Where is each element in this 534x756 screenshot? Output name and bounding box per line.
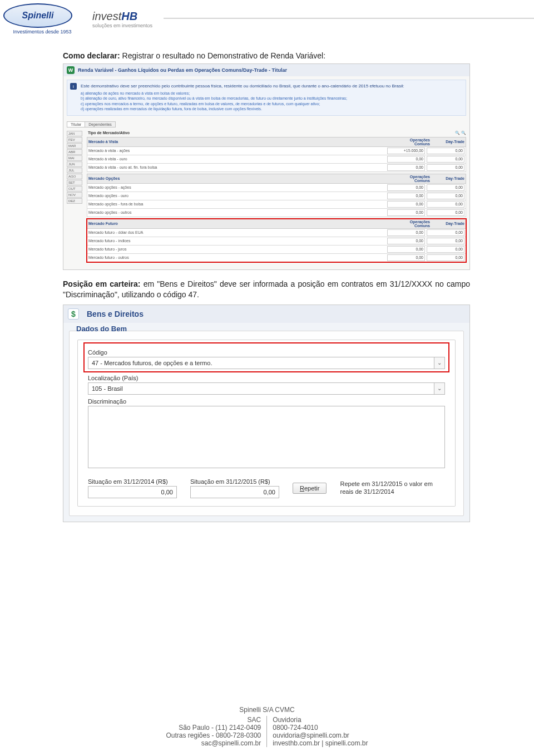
- cell-dt[interactable]: 0,00: [427, 193, 464, 199]
- footer-sac-phone1: São Paulo - (11) 2142-0409: [166, 724, 261, 732]
- cell-op[interactable]: 0,00: [387, 201, 425, 208]
- row-label: Mercado à vista - ações: [88, 149, 385, 153]
- chevron-down-icon: ⌄: [434, 357, 444, 369]
- screenshot-renda-variavel: W Renda Variável - Ganhos Líquidos ou Pe…: [63, 63, 470, 270]
- month-out[interactable]: OUT: [67, 186, 82, 192]
- cell-op[interactable]: 0,00: [387, 193, 425, 199]
- cell-dt[interactable]: 0,00: [427, 238, 464, 244]
- month-jan[interactable]: JAN: [67, 131, 82, 136]
- group-title: Mercado Futuro: [88, 222, 395, 225]
- cell-op[interactable]: 0,00: [387, 254, 425, 261]
- cell-dt[interactable]: 0,00: [427, 246, 464, 253]
- cell-op[interactable]: +15.000,00: [387, 148, 425, 154]
- cell-op[interactable]: 0,00: [387, 164, 425, 171]
- logo-investhb-tagline: soluções em investimentos: [92, 23, 152, 28]
- repetir-description: Repete em 31/12/2015 o valor em reais de…: [340, 480, 434, 496]
- logo-spinelli-tagline: Investimentos desde 1953: [3, 29, 81, 35]
- row-label: Mercado à vista - ouro at. fin. fora bol…: [88, 165, 385, 169]
- info-icon: i: [70, 83, 77, 90]
- month-ago[interactable]: AGO: [67, 174, 82, 179]
- repetir-button[interactable]: Repetir: [293, 483, 327, 494]
- info-line-a: a) alienação de ações no mercado à vista…: [81, 91, 462, 96]
- select-codigo-value: 47 - Mercados futuros, de opções e a ter…: [88, 360, 434, 366]
- footer-ouvidoria-email: ouvidoria@spinelli.com.br: [273, 732, 368, 739]
- month-set[interactable]: SET: [67, 180, 82, 185]
- money-icon: $: [68, 308, 79, 320]
- row-label: Mercado futuro - outros: [88, 256, 385, 259]
- label-situacao-2015: Situação em 31/12/2015 (R$): [190, 478, 279, 485]
- month-nov[interactable]: NOV: [67, 192, 82, 198]
- page-footer: Spinelli S/A CVMC SAC São Paulo - (11) 2…: [0, 706, 534, 747]
- panel1-title: Renda Variável - Ganhos Líquidos ou Perd…: [78, 67, 287, 73]
- month-fev[interactable]: FEV: [67, 137, 82, 143]
- row-label: Mercado futuro - índices: [88, 239, 385, 243]
- col-op-comuns: Operações Comuns: [395, 220, 430, 228]
- chart-icon: W: [67, 66, 75, 74]
- select-localizacao[interactable]: 105 - Brasil ⌄: [88, 382, 445, 395]
- logo-investhb: investHB soluções em investimentos: [92, 10, 152, 28]
- input-situacao-2014[interactable]: 0,00: [88, 486, 177, 498]
- info-line-b: b) alienação de ouro, ativo financeiro, …: [81, 96, 462, 101]
- cell-op[interactable]: 0,00: [387, 238, 425, 244]
- cell-dt[interactable]: 0,00: [427, 156, 464, 163]
- month-list[interactable]: JAN FEV MAR ABR MAI JUN JUL AGO SET OUT …: [67, 131, 82, 264]
- screenshot-bens-direitos: $ Bens e Direitos Dados do Bem Código 47…: [63, 305, 470, 522]
- cell-dt[interactable]: 0,00: [427, 254, 464, 261]
- col-daytrade: Day-Trade: [430, 176, 464, 180]
- month-jun[interactable]: JUN: [67, 161, 82, 167]
- footer-sac-phone2: Outras regiões - 0800-728-0300: [166, 732, 261, 739]
- cell-dt[interactable]: 0,00: [427, 164, 464, 171]
- paragraph-posicao: Posição em carteira: em "Bens e Direitos…: [63, 279, 470, 300]
- month-mai[interactable]: MAI: [67, 155, 82, 161]
- select-localizacao-value: 105 - Brasil: [88, 385, 434, 392]
- section-dados-do-bem: Dados do Bem: [76, 325, 456, 333]
- label-localizacao: Localização (País): [88, 375, 445, 381]
- cell-op[interactable]: 0,00: [387, 229, 425, 236]
- label-discriminacao: Discriminação: [88, 398, 445, 405]
- info-main: Este demonstrativo deve ser preenchido p…: [81, 84, 462, 89]
- textarea-discriminacao[interactable]: [88, 406, 445, 468]
- group-mercado-a-vista: Mercado à Vista Operações Comuns Day-Tra…: [87, 137, 466, 172]
- footer-ouvidoria-label: Ouvidoria: [273, 716, 368, 724]
- month-abr[interactable]: ABR: [67, 149, 82, 155]
- tabs[interactable]: Titular Dependentes: [67, 121, 116, 127]
- tab-titular[interactable]: Titular: [67, 121, 85, 127]
- col-op-comuns: Operações Comuns: [395, 138, 430, 146]
- col-daytrade: Day-Trade: [430, 140, 464, 144]
- input-situacao-2015[interactable]: 0,00: [190, 486, 279, 498]
- row-label: Mercado opções - ouro: [88, 194, 385, 198]
- cell-dt[interactable]: 0,00: [427, 184, 464, 191]
- month-jul[interactable]: JUL: [67, 168, 82, 173]
- month-mar[interactable]: MAR: [67, 143, 82, 149]
- cell-op[interactable]: 0,00: [387, 246, 425, 253]
- row-label: Mercado opções - outros: [88, 210, 385, 214]
- col-daytrade: Day-Trade: [430, 222, 464, 225]
- panel2-title: Bens e Direitos: [87, 310, 144, 318]
- select-codigo[interactable]: 47 - Mercados futuros, de opções e a ter…: [88, 357, 445, 369]
- footer-company: Spinelli S/A CVMC: [239, 706, 294, 714]
- row-label: Mercado opções - ações: [88, 185, 385, 189]
- footer-sac-label: SAC: [166, 716, 261, 724]
- info-line-d: d) operações realizadas em mercados de l…: [81, 106, 462, 111]
- group-title: Mercado Opções: [88, 176, 395, 180]
- row-label: Mercado à vista - ouro: [88, 157, 385, 161]
- tab-dependentes[interactable]: Dependentes: [85, 121, 116, 127]
- paragraph-como-declarar: Como declarar: Registrar o resultado no …: [63, 51, 470, 60]
- cell-op[interactable]: 0,00: [387, 156, 425, 163]
- logo-spinelli-text: Spinelli: [3, 3, 72, 28]
- cell-dt[interactable]: 0,00: [427, 201, 464, 208]
- info-line-c: c) operações nos mercados a termo, de op…: [81, 101, 462, 106]
- label-situacao-2014: Situação em 31/12/2014 (R$): [88, 478, 177, 485]
- group-mercado-futuro-highlight: Mercado Futuro Operações Comuns Day-Trad…: [87, 219, 466, 262]
- row-label: Mercado futuro - juros: [88, 247, 385, 251]
- month-dez[interactable]: DEZ: [67, 198, 82, 204]
- cell-dt[interactable]: 0,00: [427, 148, 464, 154]
- footer-sites: investhb.com.br | spinelli.com.br: [273, 739, 368, 747]
- cell-dt[interactable]: 0,00: [427, 229, 464, 236]
- cell-op[interactable]: 0,00: [387, 209, 425, 216]
- group-title: Mercado à Vista: [88, 140, 395, 144]
- label-codigo: Código: [88, 349, 445, 356]
- cell-op[interactable]: 0,00: [387, 184, 425, 191]
- chevron-down-icon: ⌄: [434, 383, 444, 394]
- cell-dt[interactable]: 0,00: [427, 209, 464, 216]
